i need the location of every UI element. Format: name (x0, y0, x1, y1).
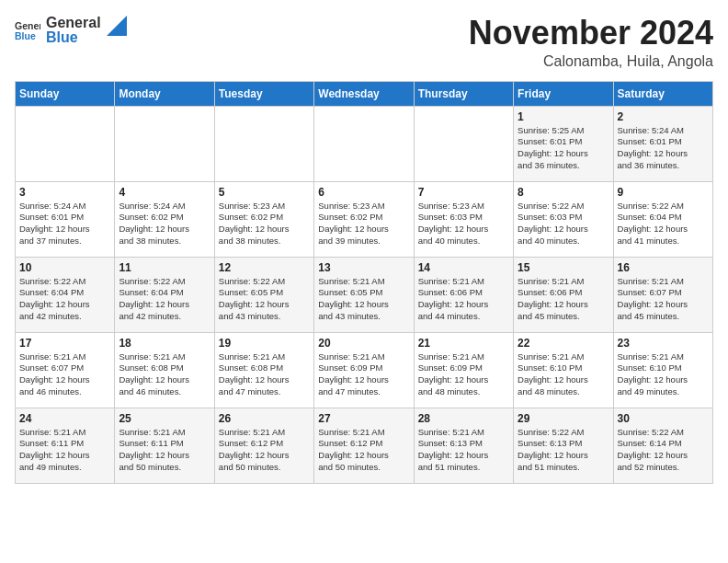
day-number: 5 (219, 186, 310, 199)
day-number: 8 (518, 186, 609, 199)
day-info: Sunrise: 5:24 AM Sunset: 6:01 PM Dayligh… (19, 201, 110, 247)
calendar-cell: 28Sunrise: 5:21 AM Sunset: 6:13 PM Dayli… (414, 408, 513, 483)
day-info: Sunrise: 5:25 AM Sunset: 6:01 PM Dayligh… (518, 125, 609, 172)
calendar-cell (16, 106, 115, 181)
logo: General Blue General Blue (15, 15, 127, 45)
calendar-cell (115, 106, 214, 181)
day-info: Sunrise: 5:22 AM Sunset: 6:04 PM Dayligh… (19, 276, 110, 323)
calendar-cell: 12Sunrise: 5:22 AM Sunset: 6:05 PM Dayli… (214, 257, 313, 332)
day-info: Sunrise: 5:22 AM Sunset: 6:04 PM Dayligh… (618, 201, 709, 247)
day-info: Sunrise: 5:21 AM Sunset: 6:08 PM Dayligh… (119, 351, 210, 398)
day-number: 23 (618, 337, 709, 350)
day-info: Sunrise: 5:23 AM Sunset: 6:02 PM Dayligh… (318, 201, 409, 247)
day-number: 7 (418, 186, 509, 199)
day-number: 27 (318, 412, 409, 425)
calendar-cell: 4Sunrise: 5:24 AM Sunset: 6:02 PM Daylig… (115, 181, 214, 257)
day-info: Sunrise: 5:21 AM Sunset: 6:05 PM Dayligh… (318, 276, 409, 323)
weekday-header-friday: Friday (514, 81, 613, 106)
page-header: General Blue General Blue November 2024 … (15, 15, 713, 70)
svg-text:General: General (15, 19, 40, 30)
calendar-cell: 14Sunrise: 5:21 AM Sunset: 6:06 PM Dayli… (414, 257, 513, 332)
day-number: 6 (318, 186, 409, 199)
calendar-cell: 13Sunrise: 5:21 AM Sunset: 6:05 PM Dayli… (314, 257, 414, 332)
day-info: Sunrise: 5:22 AM Sunset: 6:04 PM Dayligh… (119, 276, 210, 323)
calendar-cell: 24Sunrise: 5:21 AM Sunset: 6:11 PM Dayli… (16, 408, 115, 483)
day-number: 26 (219, 412, 310, 425)
calendar-cell: 29Sunrise: 5:22 AM Sunset: 6:13 PM Dayli… (514, 408, 613, 483)
calendar-cell (214, 106, 313, 181)
day-info: Sunrise: 5:21 AM Sunset: 6:09 PM Dayligh… (318, 351, 409, 398)
calendar-cell: 3Sunrise: 5:24 AM Sunset: 6:01 PM Daylig… (16, 181, 115, 257)
calendar-cell: 19Sunrise: 5:21 AM Sunset: 6:08 PM Dayli… (214, 332, 313, 408)
day-info: Sunrise: 5:23 AM Sunset: 6:03 PM Dayligh… (418, 201, 509, 247)
day-info: Sunrise: 5:22 AM Sunset: 6:13 PM Dayligh… (518, 427, 609, 474)
calendar-week-row: 17Sunrise: 5:21 AM Sunset: 6:07 PM Dayli… (16, 332, 713, 408)
svg-marker-3 (107, 16, 127, 36)
logo-text-blue: Blue (46, 29, 101, 46)
calendar-cell: 27Sunrise: 5:21 AM Sunset: 6:12 PM Dayli… (314, 408, 414, 483)
weekday-header-sunday: Sunday (16, 81, 115, 106)
calendar-table: SundayMondayTuesdayWednesdayThursdayFrid… (15, 81, 713, 484)
day-info: Sunrise: 5:21 AM Sunset: 6:11 PM Dayligh… (119, 427, 210, 474)
day-number: 1 (518, 110, 609, 123)
title-block: November 2024 Calonamba, Huila, Angola (469, 15, 713, 70)
location-subtitle: Calonamba, Huila, Angola (469, 53, 713, 70)
day-info: Sunrise: 5:22 AM Sunset: 6:03 PM Dayligh… (518, 201, 609, 247)
calendar-cell: 30Sunrise: 5:22 AM Sunset: 6:14 PM Dayli… (613, 408, 712, 483)
calendar-cell (414, 106, 513, 181)
calendar-cell: 22Sunrise: 5:21 AM Sunset: 6:10 PM Dayli… (514, 332, 613, 408)
weekday-header-wednesday: Wednesday (314, 81, 414, 106)
calendar-cell: 18Sunrise: 5:21 AM Sunset: 6:08 PM Dayli… (115, 332, 214, 408)
day-number: 19 (219, 337, 310, 350)
day-number: 17 (19, 337, 110, 350)
day-number: 18 (119, 337, 210, 350)
calendar-cell: 6Sunrise: 5:23 AM Sunset: 6:02 PM Daylig… (314, 181, 414, 257)
calendar-header-row: SundayMondayTuesdayWednesdayThursdayFrid… (16, 81, 713, 106)
calendar-week-row: 1Sunrise: 5:25 AM Sunset: 6:01 PM Daylig… (16, 106, 713, 181)
weekday-header-saturday: Saturday (613, 81, 712, 106)
day-info: Sunrise: 5:24 AM Sunset: 6:02 PM Dayligh… (119, 201, 210, 247)
day-info: Sunrise: 5:22 AM Sunset: 6:05 PM Dayligh… (219, 276, 310, 323)
calendar-cell: 10Sunrise: 5:22 AM Sunset: 6:04 PM Dayli… (16, 257, 115, 332)
calendar-week-row: 24Sunrise: 5:21 AM Sunset: 6:11 PM Dayli… (16, 408, 713, 483)
day-info: Sunrise: 5:21 AM Sunset: 6:10 PM Dayligh… (518, 351, 609, 398)
day-info: Sunrise: 5:21 AM Sunset: 6:11 PM Dayligh… (19, 427, 110, 474)
weekday-header-monday: Monday (115, 81, 214, 106)
weekday-header-tuesday: Tuesday (214, 81, 313, 106)
day-info: Sunrise: 5:21 AM Sunset: 6:06 PM Dayligh… (518, 276, 609, 323)
calendar-cell: 9Sunrise: 5:22 AM Sunset: 6:04 PM Daylig… (613, 181, 712, 257)
day-number: 3 (19, 186, 110, 199)
calendar-cell: 2Sunrise: 5:24 AM Sunset: 6:01 PM Daylig… (613, 106, 712, 181)
calendar-week-row: 10Sunrise: 5:22 AM Sunset: 6:04 PM Dayli… (16, 257, 713, 332)
calendar-cell: 17Sunrise: 5:21 AM Sunset: 6:07 PM Dayli… (16, 332, 115, 408)
calendar-cell: 21Sunrise: 5:21 AM Sunset: 6:09 PM Dayli… (414, 332, 513, 408)
day-number: 11 (119, 261, 210, 274)
calendar-cell: 15Sunrise: 5:21 AM Sunset: 6:06 PM Dayli… (514, 257, 613, 332)
day-info: Sunrise: 5:22 AM Sunset: 6:14 PM Dayligh… (618, 427, 709, 474)
day-info: Sunrise: 5:21 AM Sunset: 6:07 PM Dayligh… (19, 351, 110, 398)
calendar-cell: 8Sunrise: 5:22 AM Sunset: 6:03 PM Daylig… (514, 181, 613, 257)
day-number: 10 (19, 261, 110, 274)
day-number: 15 (518, 261, 609, 274)
day-number: 4 (119, 186, 210, 199)
logo-triangle-icon (107, 16, 127, 36)
day-number: 24 (19, 412, 110, 425)
calendar-cell: 23Sunrise: 5:21 AM Sunset: 6:10 PM Dayli… (613, 332, 712, 408)
day-info: Sunrise: 5:21 AM Sunset: 6:13 PM Dayligh… (418, 427, 509, 474)
calendar-cell: 25Sunrise: 5:21 AM Sunset: 6:11 PM Dayli… (115, 408, 214, 483)
calendar-cell: 11Sunrise: 5:22 AM Sunset: 6:04 PM Dayli… (115, 257, 214, 332)
day-number: 13 (318, 261, 409, 274)
day-info: Sunrise: 5:24 AM Sunset: 6:01 PM Dayligh… (618, 125, 709, 172)
day-number: 28 (418, 412, 509, 425)
day-info: Sunrise: 5:21 AM Sunset: 6:12 PM Dayligh… (318, 427, 409, 474)
day-number: 25 (119, 412, 210, 425)
logo-icon: General Blue (15, 17, 40, 43)
day-number: 9 (618, 186, 709, 199)
calendar-cell: 16Sunrise: 5:21 AM Sunset: 6:07 PM Dayli… (613, 257, 712, 332)
day-info: Sunrise: 5:21 AM Sunset: 6:06 PM Dayligh… (418, 276, 509, 323)
day-number: 22 (518, 337, 609, 350)
day-number: 30 (618, 412, 709, 425)
weekday-header-thursday: Thursday (414, 81, 513, 106)
svg-text:Blue: Blue (15, 29, 36, 40)
day-number: 2 (618, 110, 709, 123)
